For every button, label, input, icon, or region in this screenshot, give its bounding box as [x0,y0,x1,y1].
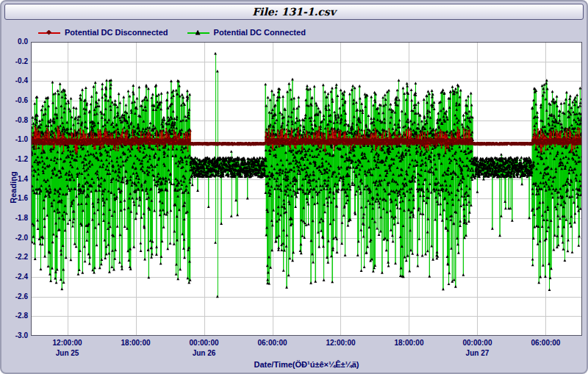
legend-item-connected[interactable]: Potential DC Connected [187,28,306,37]
window-titlebar: File: 131-1.csv [4,4,584,20]
legend-label-connected: Potential DC Connected [214,28,306,37]
y-tick-label: -0.6 [3,96,28,105]
plot-canvas[interactable] [31,42,582,336]
x-tick-date-label: Jun 25 [56,349,79,357]
y-tick-label: -2.8 [3,312,28,320]
y-tick-label: -2.2 [3,253,28,262]
y-tick-label: -0.4 [3,76,28,85]
y-tick-label: 0.0 [3,37,28,46]
x-tick-time-label: 06:00:00 [257,339,287,347]
x-tick-time-label: 06:00:00 [531,339,560,347]
y-tick-label: -1.0 [3,135,28,144]
x-tick-date-label: Jun 26 [193,349,216,357]
chart-legend: Potential DC Disconnected Potential DC C… [38,28,306,37]
x-tick-time-label: 00:00:00 [462,339,492,347]
window-title: File: 131-1.csv [252,6,336,18]
x-tick-time-label: 18:00:00 [121,339,151,347]
y-tick-label: -0.2 [3,57,28,66]
y-tick-label: -1.4 [3,175,28,184]
legend-marker-connected-icon [187,29,209,36]
x-tick-date-label: Jun 27 [466,349,490,357]
x-axis-title: Date/Time(ÖÐ¹ú±ê×¼Ê±¼ä) [31,360,582,369]
app-window: File: 131-1.csv Potential DC Disconnecte… [0,0,588,374]
x-tick-time-label: 12:00:00 [326,339,355,347]
y-tick-label: -0.8 [3,116,28,125]
y-tick-label: -3.0 [3,331,28,340]
legend-label-disconnected: Potential DC Disconnected [65,28,168,37]
y-tick-label: -1.8 [3,214,28,223]
x-tick-time-label: 12:00:00 [53,339,82,347]
x-tick-time-label: 18:00:00 [394,339,423,347]
y-tick-label: -1.6 [3,194,28,203]
y-tick-label: -2.0 [3,234,28,242]
legend-marker-disconnected-icon [38,29,60,36]
x-tick-time-label: 00:00:00 [190,339,219,347]
y-tick-label: -2.6 [3,292,28,301]
y-tick-label: -2.4 [3,273,28,281]
legend-item-disconnected[interactable]: Potential DC Disconnected [38,28,168,37]
y-tick-label: -1.2 [3,155,28,164]
